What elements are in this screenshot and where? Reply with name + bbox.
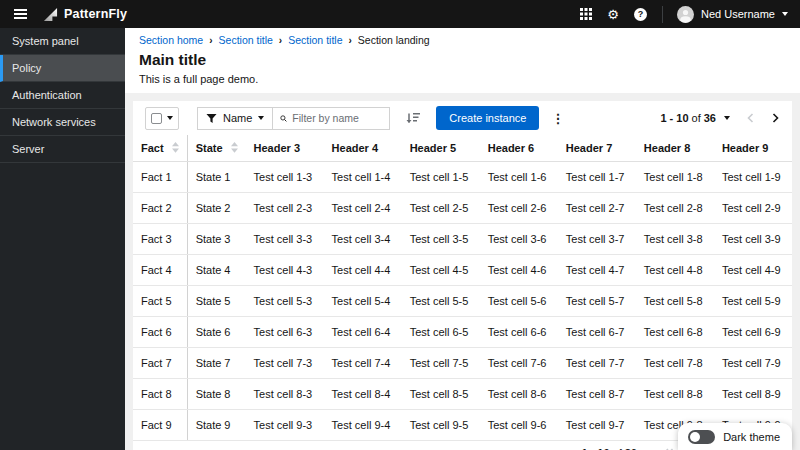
table-cell: State 3: [187, 224, 245, 255]
table-cell: Test cell 5-5: [402, 286, 480, 317]
table-cell: Test cell 8-7: [558, 379, 636, 410]
table-cell: Test cell 7-3: [246, 348, 324, 379]
page-title: Main title: [139, 51, 786, 69]
column-sort-icon[interactable]: [172, 142, 179, 153]
sidebar-nav: System panelPolicyAuthenticationNetwork …: [0, 28, 125, 450]
next-page-button[interactable]: [771, 113, 780, 123]
breadcrumb-item[interactable]: Section title: [219, 34, 273, 47]
help-icon[interactable]: ?: [634, 8, 647, 21]
dark-theme-toggle[interactable]: [688, 430, 715, 444]
breadcrumb-separator-icon: ›: [279, 34, 282, 47]
filter-attribute-dropdown[interactable]: Name: [197, 107, 273, 130]
table-cell: State 5: [187, 286, 245, 317]
table-cell: Fact 7: [133, 348, 187, 379]
main-content: Section home›Section title›Section title…: [125, 28, 800, 450]
table-cell: Test cell 4-6: [480, 255, 558, 286]
nav-toggle-button[interactable]: [12, 7, 29, 21]
data-table: FactStateHeader 3Header 4Header 5Header …: [133, 135, 792, 441]
table-cell: Test cell 9-7: [558, 410, 636, 441]
table-cell: Test cell 8-4: [324, 379, 402, 410]
sidebar-item-server[interactable]: Server: [0, 136, 125, 163]
table-cell: Test cell 2-4: [324, 193, 402, 224]
toolbar: Name: [133, 101, 792, 135]
column-header-header-9: Header 9: [714, 135, 792, 162]
column-header-header-4: Header 4: [324, 135, 402, 162]
table-cell: Fact 1: [133, 162, 187, 193]
table-cell: State 4: [187, 255, 245, 286]
table-cell: Test cell 9-5: [402, 410, 480, 441]
table-cell: Fact 4: [133, 255, 187, 286]
column-header-state[interactable]: State: [187, 135, 245, 162]
filter-attribute-label: Name: [223, 112, 252, 124]
table-cell: Test cell 8-3: [246, 379, 324, 410]
question-mark-icon: ?: [634, 8, 647, 21]
column-sort-icon[interactable]: [231, 142, 238, 153]
breadcrumb-item[interactable]: Section title: [288, 34, 342, 47]
pagination-total: 36: [704, 112, 716, 124]
prev-page-button[interactable]: [746, 113, 755, 123]
table-cell: Test cell 3-9: [714, 224, 792, 255]
select-all-checkbox[interactable]: [151, 113, 162, 124]
chevron-down-icon: [167, 116, 173, 120]
dark-theme-card: Dark theme: [678, 423, 792, 450]
avatar: [677, 6, 694, 23]
table-cell: Test cell 2-6: [480, 193, 558, 224]
column-header-label: State: [196, 142, 223, 154]
table-cell: Test cell 9-3: [246, 410, 324, 441]
column-header-label: Header 9: [722, 142, 768, 154]
table-cell: Test cell 3-3: [246, 224, 324, 255]
page-header: Section home›Section title›Section title…: [125, 28, 800, 93]
patternfly-logo-icon: [43, 7, 58, 22]
pagination-of-label: of: [692, 112, 701, 124]
user-menu[interactable]: Ned Username: [662, 6, 788, 23]
table-cell: Test cell 1-5: [402, 162, 480, 193]
sidebar-item-authentication[interactable]: Authentication: [0, 82, 125, 109]
breadcrumb-item[interactable]: Section home: [139, 34, 203, 47]
column-header-header-7: Header 7: [558, 135, 636, 162]
search-icon: [280, 113, 287, 124]
table-cell: Test cell 7-8: [636, 348, 714, 379]
table-cell: Fact 2: [133, 193, 187, 224]
bulk-select-dropdown[interactable]: [145, 107, 179, 130]
table-cell: State 2: [187, 193, 245, 224]
table-cell: Test cell 3-7: [558, 224, 636, 255]
table-row: Fact 3State 3Test cell 3-3Test cell 3-4T…: [133, 224, 792, 255]
search-input[interactable]: [292, 112, 382, 124]
pagination-menu-toggle[interactable]: [724, 116, 730, 120]
table-cell: Test cell 4-7: [558, 255, 636, 286]
column-header-fact[interactable]: Fact: [133, 135, 187, 162]
table-cell: Fact 6: [133, 317, 187, 348]
table-cell: Test cell 6-9: [714, 317, 792, 348]
pagination-top: 1 - 10 of 36: [660, 112, 780, 124]
table-cell: Test cell 3-4: [324, 224, 402, 255]
table-cell: Fact 5: [133, 286, 187, 317]
column-header-label: Header 8: [644, 142, 690, 154]
table-cell: Test cell 5-9: [714, 286, 792, 317]
table-cell: Test cell 3-6: [480, 224, 558, 255]
table-cell: Test cell 1-9: [714, 162, 792, 193]
table-cell: Test cell 7-6: [480, 348, 558, 379]
table-cell: Test cell 5-6: [480, 286, 558, 317]
create-instance-button[interactable]: Create instance: [436, 106, 539, 130]
table-cell: Test cell 6-5: [402, 317, 480, 348]
dark-theme-label: Dark theme: [723, 431, 780, 443]
table-cell: Test cell 7-4: [324, 348, 402, 379]
settings-gear-icon[interactable]: ⚙: [607, 8, 619, 21]
kebab-menu-button[interactable]: ⋮: [551, 112, 564, 125]
sidebar-item-policy[interactable]: Policy: [0, 55, 125, 82]
table-cell: Test cell 8-6: [480, 379, 558, 410]
sidebar-item-system-panel[interactable]: System panel: [0, 28, 125, 55]
column-header-label: Header 6: [488, 142, 534, 154]
table-row: Fact 4State 4Test cell 4-3Test cell 4-4T…: [133, 255, 792, 286]
sort-button[interactable]: [406, 112, 420, 124]
apps-grid-icon[interactable]: [580, 8, 592, 20]
brand[interactable]: PatternFly: [43, 7, 127, 22]
table-cell: Test cell 6-7: [558, 317, 636, 348]
table-row: Fact 1State 1Test cell 1-3Test cell 1-4T…: [133, 162, 792, 193]
sidebar-item-network-services[interactable]: Network services: [0, 109, 125, 136]
table-cell: Test cell 2-9: [714, 193, 792, 224]
table-cell: Test cell 4-5: [402, 255, 480, 286]
table-cell: State 7: [187, 348, 245, 379]
table-row: Fact 8State 8Test cell 8-3Test cell 8-4T…: [133, 379, 792, 410]
table-cell: Test cell 6-4: [324, 317, 402, 348]
